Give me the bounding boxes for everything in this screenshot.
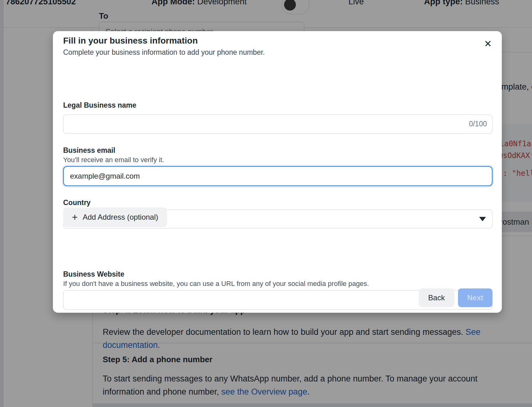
plus-icon: + [72, 212, 78, 222]
add-address-label: Add Address (optional) [83, 213, 158, 222]
modal-title: Fill in your business information [63, 36, 198, 46]
modal-subtitle: Complete your business information to ad… [63, 48, 265, 57]
website-helper: If you don't have a business website, yo… [63, 280, 369, 288]
legal-name-field-wrap: 0/100 [63, 115, 492, 134]
char-counter: 0/100 [469, 120, 487, 128]
business-info-modal: Fill in your business information Comple… [53, 31, 502, 313]
email-input[interactable] [63, 166, 492, 186]
website-label: Business Website [63, 270, 124, 278]
add-address-button[interactable]: + Add Address (optional) [63, 208, 167, 227]
back-button[interactable]: Back [419, 288, 454, 307]
chevron-down-icon [479, 217, 486, 221]
next-button[interactable]: Next [458, 288, 492, 307]
email-label: Business email [63, 146, 115, 155]
close-icon[interactable]: ✕ [482, 37, 494, 50]
email-helper: You’ll receive an email to verify it. [63, 156, 164, 164]
country-label: Country [63, 199, 91, 207]
email-field-wrap [63, 166, 492, 186]
legal-name-input[interactable] [63, 115, 492, 134]
